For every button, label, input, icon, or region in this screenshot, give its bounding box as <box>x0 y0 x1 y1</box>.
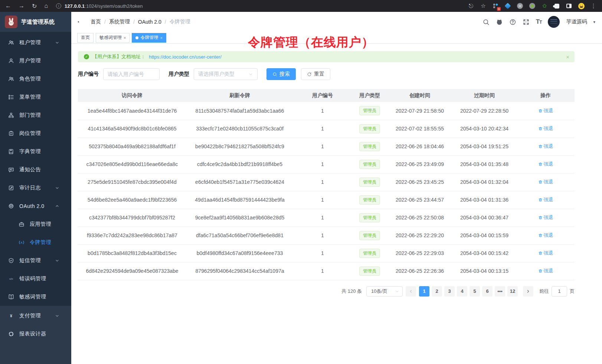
user-type-cell: 管理员 <box>352 102 387 120</box>
search-icon <box>272 72 277 77</box>
help-icon[interactable] <box>509 19 516 26</box>
force-logout-button[interactable]: 强退 <box>538 250 553 257</box>
force-logout-button[interactable]: 强退 <box>538 232 553 239</box>
sidebar-item-role[interactable]: 角色管理 <box>0 70 71 88</box>
share-icon[interactable]: ⎋ <box>468 3 474 9</box>
user-name[interactable]: 芋道源码 <box>566 19 587 25</box>
reload-icon[interactable]: ↻ <box>32 3 37 10</box>
extension-pixel-icon[interactable]: 9 <box>492 3 499 9</box>
next-page-button[interactable] <box>523 286 533 297</box>
tab-sensitive-words[interactable]: 敏感词管理× <box>96 33 130 43</box>
sidebar-item-menu[interactable]: 菜单管理 <box>0 88 71 106</box>
sidebar-item-audit[interactable]: 审计日志 <box>0 179 71 197</box>
caret-down-icon[interactable]: ▾ <box>593 20 595 24</box>
sidebar-item-oauth2[interactable]: OAuth 2.0 <box>0 197 71 215</box>
page-button-5[interactable]: 5 <box>470 286 480 297</box>
sidebar-item-dept[interactable]: 部门管理 <box>0 106 71 124</box>
sidebar-item-label: 应用管理 <box>30 221 65 228</box>
force-logout-button[interactable]: 强退 <box>538 161 553 168</box>
success-check-icon: ✓ <box>84 54 89 59</box>
user-id-cell: 1 <box>293 244 352 262</box>
user-type-select[interactable]: 请选择用户类型 <box>194 68 258 80</box>
user-type-cell: 管理员 <box>352 209 387 226</box>
tab-token-manage[interactable]: 令牌管理× <box>132 33 166 43</box>
user-type-cell: 管理员 <box>352 155 387 173</box>
page-button-12[interactable]: 12 <box>507 286 518 297</box>
home-icon[interactable]: ⌂ <box>44 3 48 9</box>
sidebar-item-report[interactable]: 报表设计器 <box>0 325 71 343</box>
close-icon[interactable]: × <box>124 36 126 40</box>
extensions-puzzle-icon[interactable] <box>553 3 560 9</box>
side-panel-icon[interactable] <box>566 3 572 9</box>
sidebar-item-oauth2-token[interactable]: A令牌管理 <box>0 233 71 251</box>
search-icon[interactable] <box>482 19 490 26</box>
browser-menu-icon[interactable]: ⋮ <box>590 3 597 9</box>
reset-button[interactable]: 重置 <box>301 68 330 80</box>
sidebar-item-dict[interactable]: 字典管理 <box>0 142 71 161</box>
page-button-3[interactable]: 3 <box>444 286 455 297</box>
site-info-icon[interactable]: i <box>56 3 61 9</box>
chevDown-icon <box>55 186 59 190</box>
page-button-2[interactable]: 2 <box>432 286 442 297</box>
sidebar-item-errcode[interactable]: </>错误码管理 <box>0 269 71 288</box>
force-logout-button[interactable]: 强退 <box>538 196 553 203</box>
prev-page-button[interactable] <box>406 286 416 297</box>
breadcrumb-item[interactable]: 系统管理 <box>109 19 130 25</box>
app-logo[interactable]: 芋道管理系统 <box>0 12 71 32</box>
sidebar-item-oauth2-app[interactable]: 应用管理 <box>0 215 71 233</box>
code-icon: </> <box>8 276 14 282</box>
bookmark-star-icon[interactable]: ☆ <box>480 3 487 9</box>
force-logout-button[interactable]: 强退 <box>538 143 553 150</box>
sidebar-item-label: OAuth 2.0 <box>19 203 55 209</box>
column-header: 用户类型 <box>352 89 387 102</box>
alert-doc-link[interactable]: https://doc.iocoder.cn/user-center/ <box>149 54 222 60</box>
page-content: ✓ 【用户体系】文档地址： https://doc.iocoder.cn/use… <box>71 44 602 364</box>
extension-star-icon[interactable]: ✩ <box>541 3 548 9</box>
user-id-input[interactable] <box>103 68 160 80</box>
sidebar-item-tenant[interactable]: 租户管理 <box>0 33 71 52</box>
back-icon[interactable]: ← <box>5 3 11 9</box>
breadcrumb-item[interactable]: 首页 <box>91 19 101 25</box>
sidebar-item-sms[interactable]: 短信管理 <box>0 251 71 269</box>
breadcrumb-item: 令牌管理 <box>170 19 190 25</box>
table-row: 6d842e2924594de9a09e45e087323abe8796295f… <box>78 262 575 280</box>
collapse-menu-icon[interactable] <box>76 18 85 26</box>
search-button[interactable]: 搜索 <box>266 68 296 80</box>
sidebar-item-user[interactable]: 用户管理 <box>0 52 71 70</box>
force-logout-button[interactable]: 强退 <box>538 107 553 114</box>
extension-record-icon[interactable] <box>529 3 536 9</box>
address-bar[interactable]: i 127.0.0.1:1024/system/oauth2/token <box>56 3 468 9</box>
user-id-cell: 1 <box>293 138 352 155</box>
goto-page-input[interactable] <box>552 286 567 297</box>
fullscreen-icon[interactable] <box>523 19 530 26</box>
sidebar-item-sensitive[interactable]: 敏感词管理 <box>0 288 71 306</box>
sidebar-item-pay[interactable]: ¥支付管理 <box>0 307 71 325</box>
force-logout-button[interactable]: 强退 <box>538 268 553 274</box>
font-size-icon[interactable]: TT <box>536 18 542 26</box>
breadcrumb-item[interactable]: OAuth 2.0 <box>138 19 161 25</box>
user-type-badge: 管理员 <box>359 231 380 240</box>
force-logout-button[interactable]: 强退 <box>538 179 553 185</box>
github-icon[interactable] <box>496 19 503 26</box>
expire-time-cell: 2054-03-04 01:32:04 <box>452 173 517 191</box>
page-size-select[interactable]: 10条/页 <box>366 286 403 297</box>
user-type-badge: 管理员 <box>359 249 380 258</box>
user-avatar[interactable] <box>548 16 560 28</box>
page-button-4[interactable]: 4 <box>457 286 467 297</box>
more-pages-button[interactable]: ••• <box>495 286 505 297</box>
page-button-6[interactable]: 6 <box>482 286 493 297</box>
profile-avatar-icon[interactable] <box>578 3 585 9</box>
extension-command-icon[interactable]: ⌘ <box>517 3 523 9</box>
forward-icon[interactable]: → <box>19 3 24 9</box>
extension-gem-icon[interactable] <box>504 3 511 9</box>
tab-home[interactable]: 首页 <box>77 33 94 43</box>
force-logout-button[interactable]: 强退 <box>538 214 553 221</box>
force-logout-button[interactable]: 强退 <box>538 125 553 132</box>
column-header: 用户编号 <box>293 89 352 102</box>
close-icon[interactable]: × <box>160 36 162 40</box>
page-button-1[interactable]: 1 <box>419 286 429 297</box>
sidebar-item-post[interactable]: 岗位管理 <box>0 124 71 142</box>
top-navbar: 首页/系统管理/OAuth 2.0/令牌管理 TT 芋道源码 ▾ <box>71 12 602 32</box>
sidebar-item-notice[interactable]: 通知公告 <box>0 161 71 179</box>
alert-close-icon[interactable]: × <box>566 54 569 60</box>
